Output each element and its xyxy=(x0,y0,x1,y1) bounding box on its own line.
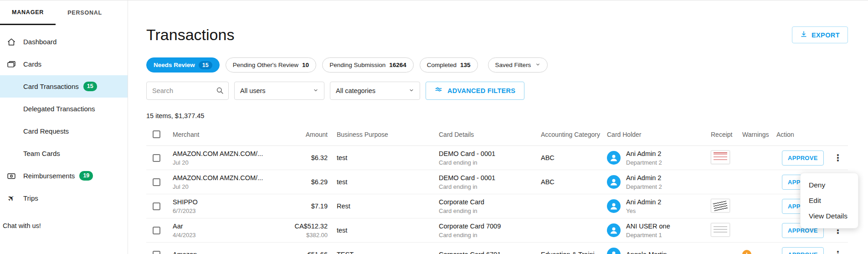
card-name: Corporate Card xyxy=(439,198,541,206)
download-icon xyxy=(800,31,807,39)
tab-personal[interactable]: PERSONAL xyxy=(56,0,114,25)
export-button[interactable]: EXPORT xyxy=(792,26,848,43)
pill-count-badge: 10 xyxy=(302,62,309,68)
sidebar-item-reimbursements[interactable]: Reimbursements 19 xyxy=(0,165,128,187)
pill-count-badge: 15 xyxy=(199,61,212,69)
advanced-filters-label: ADVANCED FILTERS xyxy=(447,87,515,94)
column-header-merchant: Merchant xyxy=(168,131,273,138)
sidebar-item-label: Delegated Transactions xyxy=(23,105,95,113)
column-header-card-details: Card Details xyxy=(439,131,541,138)
tab-manager[interactable]: MANAGER xyxy=(0,0,56,25)
business-purpose: test xyxy=(328,154,439,161)
transaction-row[interactable]: AMAZON.COM AMZN.COM/... Jul 20 $6.32 tes… xyxy=(146,146,848,170)
amount: $7.19 xyxy=(273,202,328,210)
sidebar-item-delegated-transactions[interactable]: Delegated Transactions xyxy=(0,98,128,120)
menu-item-edit[interactable]: Edit xyxy=(801,193,858,208)
status-filter-pills: Needs Review 15 Pending Other's Review 1… xyxy=(146,57,848,73)
card-name: Corporate Card 6701 xyxy=(439,250,541,254)
sidebar-item-trips[interactable]: ✈ Trips xyxy=(0,187,128,209)
merchant-name: Amazon xyxy=(173,250,273,254)
avatar xyxy=(607,175,621,189)
page-title: Transactions xyxy=(146,26,234,44)
transaction-date: 6/7/2023 xyxy=(173,207,273,215)
filter-pill-completed[interactable]: Completed 135 xyxy=(420,57,478,73)
sliders-filter-icon xyxy=(435,86,442,95)
transaction-row[interactable]: Aar 4/4/2023 CA$512.32 $382.00 test Corp… xyxy=(146,218,848,243)
row-checkbox[interactable] xyxy=(153,178,160,186)
business-purpose: Rest xyxy=(328,202,439,210)
search-icon xyxy=(216,86,224,97)
merchant-name: AMAZON.COM AMZN.COM/... xyxy=(173,174,273,182)
row-checkbox[interactable] xyxy=(153,154,160,162)
column-header-accounting-category: Accounting Category xyxy=(541,131,607,138)
card-holder-department: Department 2 xyxy=(626,183,662,191)
card-holder-name: Ani Admin 2 xyxy=(626,198,661,206)
menu-item-deny[interactable]: Deny xyxy=(801,177,858,193)
tab-personal-label: PERSONAL xyxy=(67,10,102,16)
transaction-date: Jul 20 xyxy=(173,159,273,166)
count-badge: 19 xyxy=(79,171,93,180)
row-checkbox[interactable] xyxy=(153,251,160,254)
airplane-icon: ✈ xyxy=(6,194,17,202)
kebab-menu-icon[interactable] xyxy=(832,250,844,254)
sidebar-item-label: Cards xyxy=(23,60,41,68)
main-content: Transactions EXPORT Needs Review 15 Pend… xyxy=(128,0,868,254)
sidebar-item-card-transactions[interactable]: Card Transactions 15 xyxy=(0,75,128,98)
sidebar-item-dashboard[interactable]: Dashboard xyxy=(0,31,128,53)
sidebar-item-label: Team Cards xyxy=(23,150,60,157)
avatar xyxy=(607,199,621,213)
row-checkbox[interactable] xyxy=(153,227,160,234)
merchant-name: SHIPPO xyxy=(173,198,273,206)
receipt-thumbnail[interactable] xyxy=(711,199,730,213)
warning-icon[interactable] xyxy=(742,250,751,254)
avatar xyxy=(607,223,621,237)
pill-label: Completed xyxy=(427,62,457,68)
transaction-row[interactable]: Amazon €51.66 TEST... Corporate Card 670… xyxy=(146,243,848,254)
chat-widget[interactable]: Chat with us! xyxy=(3,222,41,229)
merchant-name: AMAZON.COM AMZN.COM/... xyxy=(173,150,273,158)
kebab-menu-icon[interactable] xyxy=(832,153,844,162)
receipt-thumbnail[interactable] xyxy=(711,223,730,237)
chevron-down-icon xyxy=(409,87,414,94)
reimbursements-icon xyxy=(6,171,17,181)
tab-manager-label: MANAGER xyxy=(12,9,44,16)
business-purpose: TEST... xyxy=(328,251,439,254)
approve-button[interactable]: APPROVE xyxy=(782,247,824,254)
card-holder-department: Department 1 xyxy=(626,232,670,239)
sidebar-item-team-cards[interactable]: Team Cards xyxy=(0,142,128,165)
row-checkbox[interactable] xyxy=(153,202,160,210)
advanced-filters-button[interactable]: ADVANCED FILTERS xyxy=(426,82,524,100)
select-all-checkbox[interactable] xyxy=(153,130,160,138)
card-detail-sub: Card ending in xyxy=(439,207,541,215)
transaction-row[interactable]: SHIPPO 6/7/2023 $7.19 Rest Corporate Car… xyxy=(146,194,848,218)
menu-item-view-details[interactable]: View Details xyxy=(801,208,858,224)
card-name: DEMO Card - 0001 xyxy=(439,174,541,182)
filter-pill-pending-others-review[interactable]: Pending Other's Review 10 xyxy=(226,57,316,73)
sidebar-item-cards[interactable]: Cards xyxy=(0,53,128,75)
sidebar-tabs: MANAGER PERSONAL xyxy=(0,0,128,25)
filter-pill-pending-submission[interactable]: Pending Submission 16264 xyxy=(322,57,414,73)
avatar xyxy=(607,248,621,254)
approve-button[interactable]: APPROVE xyxy=(782,150,824,166)
saved-filters-dropdown[interactable]: Saved Filters xyxy=(488,57,548,73)
categories-dropdown-value: All categories xyxy=(336,87,375,94)
users-dropdown[interactable]: All users xyxy=(234,82,324,100)
column-header-card-holder: Card Holder xyxy=(607,131,711,138)
filter-pill-needs-review[interactable]: Needs Review 15 xyxy=(146,57,220,73)
pill-count-badge: 135 xyxy=(460,62,471,68)
transaction-date: Jul 20 xyxy=(173,183,273,191)
card-detail-sub: Card ending in xyxy=(439,183,541,191)
items-summary: 15 items, $1,377.45 xyxy=(146,112,848,119)
receipt-thumbnail[interactable] xyxy=(711,150,730,164)
column-header-amount: Amount xyxy=(273,131,328,138)
categories-dropdown[interactable]: All categories xyxy=(330,82,420,100)
accounting-category: ABC xyxy=(541,154,607,161)
accounting-category: Education & Traini... xyxy=(541,251,607,254)
transactions-table: Merchant Amount Business Purpose Card De… xyxy=(146,130,848,254)
pill-label: Pending Submission xyxy=(329,62,385,68)
pill-count-badge: 16264 xyxy=(389,62,406,68)
chevron-down-icon xyxy=(313,87,318,94)
search-box xyxy=(146,82,229,100)
sidebar-item-card-requests[interactable]: Card Requests xyxy=(0,120,128,142)
transaction-row[interactable]: AMAZON.COM AMZN.COM/... Jul 20 $6.29 tes… xyxy=(146,170,848,194)
